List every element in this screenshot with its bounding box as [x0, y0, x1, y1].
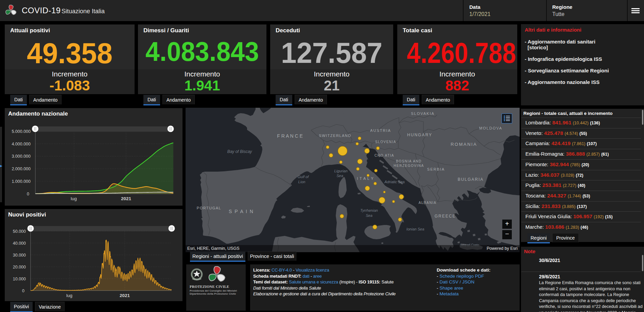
svg-text:4.000.000: 4.000.000	[12, 142, 31, 146]
svg-text:CRO ATIA: CRO ATIA	[375, 154, 394, 157]
svg-text:SERBIA: SERBIA	[427, 167, 445, 171]
svg-text:GREECE: GREECE	[435, 214, 456, 219]
svg-text:HUNGARY: HUNGARY	[407, 133, 432, 137]
svg-text:50.000: 50.000	[13, 229, 26, 234]
svg-text:Ionian Sea: Ionian Sea	[406, 227, 424, 231]
svg-text:SWITZERLAND: SWITZERLAND	[319, 134, 351, 138]
svg-text:2021: 2021	[121, 196, 132, 201]
svg-text:Tyrrhenian: Tyrrhenian	[360, 208, 378, 212]
svg-text:BULGARIA: BULGARIA	[458, 177, 484, 182]
svg-text:2.000.000: 2.000.000	[12, 167, 31, 171]
svg-text:Gulf of: Gulf of	[298, 175, 309, 179]
svg-text:S P A I N: S P A I N	[229, 209, 254, 214]
svg-text:AUSTRIA: AUSTRIA	[370, 128, 391, 133]
svg-text:HERZEGOVINA: HERZEGOVINA	[394, 164, 424, 168]
svg-text:Powered by Esri: Powered by Esri	[487, 246, 518, 251]
svg-text:30.000: 30.000	[13, 253, 26, 258]
svg-text:1.000.000: 1.000.000	[12, 179, 31, 184]
svg-text:2021: 2021	[120, 293, 130, 298]
svg-text:F R A N C E: F R A N C E	[277, 133, 302, 139]
svg-text:SLOVENIA: SLOVENIA	[375, 140, 396, 144]
svg-text:PORTUGAL: PORTUGAL	[197, 206, 221, 210]
svg-text:3.000.000: 3.000.000	[12, 154, 31, 159]
svg-text:I T A L Y: I T A L Y	[357, 176, 374, 180]
svg-text:MOLDOVA: MOLDOVA	[479, 126, 502, 130]
svg-text:20.000: 20.000	[13, 265, 26, 270]
svg-text:Adriatic Sea: Adriatic Sea	[384, 180, 404, 184]
svg-text:Sea: Sea	[336, 174, 343, 178]
svg-text:Ligurian: Ligurian	[334, 169, 347, 173]
svg-text:lug: lug	[71, 196, 77, 201]
svg-text:SLOVAKIA: SLOVAKIA	[411, 111, 435, 116]
svg-text:10.000: 10.000	[13, 277, 26, 281]
svg-text:5.000.000: 5.000.000	[12, 129, 31, 134]
svg-text:ALBANIA: ALBANIA	[419, 201, 437, 205]
svg-text:0: 0	[22, 289, 24, 293]
svg-text:40.000: 40.000	[13, 241, 26, 246]
svg-text:ROMANIA: ROMANIA	[451, 142, 477, 147]
svg-text:Bay of Biscay: Bay of Biscay	[227, 149, 253, 154]
svg-text:Esri, HERE, Garmin, USGS: Esri, HERE, Garmin, USGS	[187, 246, 240, 251]
svg-text:lug: lug	[66, 293, 72, 298]
svg-text:Lion: Lion	[298, 180, 306, 184]
svg-text:0: 0	[27, 192, 29, 196]
svg-text:Sea: Sea	[366, 213, 372, 218]
svg-text:BOSNIA AND: BOSNIA AND	[396, 159, 422, 163]
